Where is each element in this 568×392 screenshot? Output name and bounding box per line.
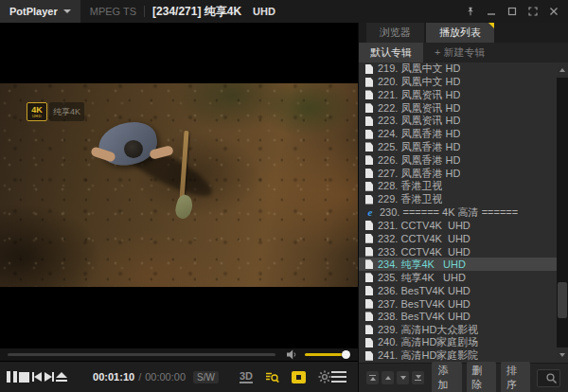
tab-playlist[interactable]: 播放列表 bbox=[426, 23, 494, 43]
media-format-label: MPEG TS bbox=[90, 6, 136, 17]
playlist-item[interactable]: 233. CCTV4K UHD bbox=[359, 245, 557, 258]
playlist-item[interactable]: 226. 凤凰香港 HD bbox=[359, 153, 557, 167]
search-icon bbox=[545, 371, 558, 388]
playlist-item-label: 226. 凤凰香港 HD bbox=[378, 153, 460, 167]
tab-browser[interactable]: 浏览器 bbox=[366, 23, 424, 43]
app-menu-button[interactable]: PotPlayer bbox=[0, 0, 80, 23]
file-icon bbox=[365, 78, 373, 87]
playlist-item-label: 232. CCTV4K UHD bbox=[378, 233, 470, 244]
4k-logo-badge: 4K UHD bbox=[27, 102, 47, 121]
scene-search-icon[interactable] bbox=[265, 371, 279, 383]
playlist-item[interactable]: e 230. ====== 4K 高清 ====== bbox=[359, 205, 557, 219]
previous-button[interactable] bbox=[30, 365, 43, 389]
volume-fill bbox=[305, 353, 346, 356]
total-time: 00:00:00 bbox=[145, 371, 186, 383]
playlist-toggle-icon[interactable] bbox=[292, 371, 306, 383]
pin-icon[interactable] bbox=[460, 0, 481, 23]
title-bar: PotPlayer MPEG TS [234/271] 纯享4K UHD bbox=[0, 0, 568, 23]
new-album-button[interactable]: + 新建专辑 bbox=[423, 43, 496, 62]
tab-browser-label: 浏览器 bbox=[380, 26, 411, 40]
next-button[interactable] bbox=[44, 365, 56, 389]
move-bottom-icon[interactable] bbox=[412, 371, 424, 384]
seek-bar[interactable] bbox=[8, 353, 275, 356]
eject-button[interactable] bbox=[56, 365, 68, 389]
scroll-down-icon[interactable] bbox=[557, 347, 568, 363]
playlist-item[interactable]: 224. 凤凰香港 HD bbox=[359, 128, 557, 141]
playlist-item-label: 228. 香港卫视 bbox=[378, 180, 442, 193]
file-icon bbox=[365, 155, 373, 165]
active-tab-marker bbox=[488, 23, 494, 28]
settings-gear-icon[interactable] bbox=[318, 370, 331, 383]
playlist-item[interactable]: 235. 纯享4K UHD bbox=[359, 271, 557, 284]
maximize-icon[interactable] bbox=[502, 0, 523, 23]
playlist-item-label: 231. CCTV4K UHD bbox=[378, 220, 470, 231]
playlist-item[interactable]: 225. 凤凰香港 HD bbox=[359, 141, 557, 154]
playlist-item[interactable]: 237. BesTV4K UHD bbox=[359, 297, 557, 311]
decoder-badge: S/W bbox=[193, 371, 219, 383]
person-head bbox=[124, 140, 143, 158]
app-name: PotPlayer bbox=[9, 6, 58, 17]
minimize-icon[interactable] bbox=[481, 0, 502, 23]
playlist-item-label: 241. 高清HD家庭影院 bbox=[378, 349, 478, 363]
chevron-down-icon bbox=[63, 9, 71, 13]
playlist-item[interactable]: 228. 香港卫视 bbox=[359, 180, 557, 193]
file-icon bbox=[365, 234, 373, 243]
playlist-item[interactable]: 240. 高清HD家庭剧场 bbox=[359, 336, 557, 349]
playlist-item-label: 238. BesTV4K UHD bbox=[378, 311, 470, 322]
file-icon bbox=[365, 299, 373, 309]
add-button[interactable]: 添加 bbox=[432, 362, 461, 392]
file-icon bbox=[365, 259, 373, 269]
playlist-item[interactable]: 223. 凤凰资讯 HD bbox=[359, 115, 557, 128]
playlist-item[interactable]: 236. BesTV4K UHD bbox=[359, 284, 557, 297]
playlist-item[interactable]: 234. 纯享4K UHD bbox=[359, 258, 557, 271]
album-default[interactable]: 默认专辑 bbox=[359, 43, 423, 62]
scroll-up-icon[interactable] bbox=[557, 62, 568, 78]
player-pane: 4K UHD 纯享4K 00:0 bbox=[0, 23, 358, 392]
uhd-logo-text: UHD bbox=[32, 115, 42, 118]
playlist-item[interactable]: 232. CCTV4K UHD bbox=[359, 232, 557, 245]
file-icon bbox=[365, 90, 373, 99]
playlist-item-label: 221. 凤凰资讯 HD bbox=[378, 89, 460, 102]
3d-icon[interactable]: 3D bbox=[240, 370, 253, 383]
eject-icon bbox=[56, 372, 67, 382]
stop-icon bbox=[19, 372, 29, 383]
close-icon[interactable] bbox=[543, 0, 564, 23]
playlist-item[interactable]: 220. 凤凰中文 HD bbox=[359, 76, 557, 89]
playlist-item[interactable]: 229. 香港卫视 bbox=[359, 193, 557, 206]
playlist-item-label: 237. BesTV4K UHD bbox=[378, 298, 470, 310]
video-area[interactable]: 4K UHD 纯享4K bbox=[0, 23, 358, 348]
playlist-item[interactable]: 238. BesTV4K UHD bbox=[359, 311, 557, 324]
playlist-item[interactable]: 239. 高清HD大众影视 bbox=[359, 323, 557, 336]
playlist-panel: 浏览器 播放列表 默认专辑 + 新建专辑 219. 凤凰中文 HD 220. 凤… bbox=[358, 23, 568, 392]
pause-button[interactable] bbox=[6, 365, 18, 389]
playlist-item[interactable]: 219. 凤凰中文 HD bbox=[359, 62, 557, 76]
playlist-item[interactable]: 231. CCTV4K UHD bbox=[359, 219, 557, 232]
playlist-scrollbar[interactable] bbox=[557, 62, 568, 363]
file-icon bbox=[365, 351, 373, 361]
playlist-item-label: 240. 高清HD家庭剧场 bbox=[378, 336, 478, 349]
playlist-item-label: 233. CCTV4K UHD bbox=[378, 246, 470, 258]
playlist-item[interactable]: 222. 凤凰资讯 HD bbox=[359, 101, 557, 115]
stop-button[interactable] bbox=[18, 365, 30, 389]
sort-button[interactable]: 排序 bbox=[501, 362, 530, 392]
playlist-list: 219. 凤凰中文 HD 220. 凤凰中文 HD 221. 凤凰资讯 HD 2… bbox=[359, 62, 557, 363]
scrollbar-thumb[interactable] bbox=[558, 282, 567, 318]
playlist-item[interactable]: 241. 高清HD家庭影院 bbox=[359, 349, 557, 363]
time-display: 00:01:10 / 00:00:00 S/W bbox=[93, 371, 219, 383]
move-top-icon[interactable] bbox=[366, 371, 379, 384]
file-icon bbox=[365, 130, 373, 139]
move-up-icon[interactable] bbox=[382, 371, 394, 384]
menu-icon[interactable] bbox=[331, 371, 346, 383]
delete-button[interactable]: 删除 bbox=[467, 362, 496, 392]
playlist-item-label: 225. 凤凰香港 HD bbox=[378, 141, 460, 154]
volume-slider[interactable] bbox=[305, 353, 350, 356]
playlist-item[interactable]: 221. 凤凰资讯 HD bbox=[359, 89, 557, 102]
file-icon bbox=[365, 338, 373, 347]
move-down-icon[interactable] bbox=[397, 371, 409, 384]
volume-knob[interactable] bbox=[342, 350, 350, 359]
playlist-item[interactable]: 227. 凤凰香港 HD bbox=[359, 167, 557, 180]
playlist-footer: 添加 删除 排序 bbox=[359, 363, 568, 392]
transport-right-icons: 3D bbox=[240, 370, 331, 383]
fullscreen-icon[interactable] bbox=[523, 0, 543, 23]
speaker-icon[interactable] bbox=[287, 349, 299, 360]
